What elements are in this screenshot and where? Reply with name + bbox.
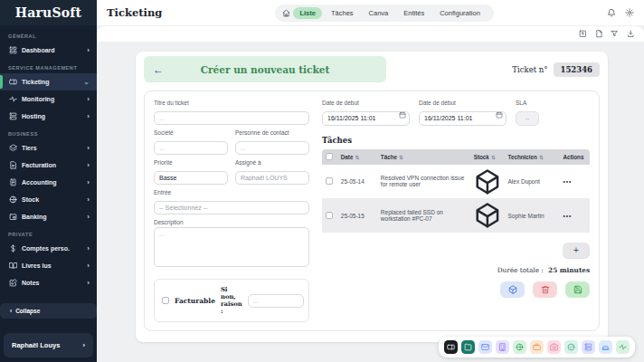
dock-server-button[interactable] xyxy=(582,340,595,354)
row-actions-menu[interactable]: ••• xyxy=(563,213,572,219)
ticket-card-header: ← Créer un nouveau ticket Ticket n° 1523… xyxy=(144,56,600,82)
layers-icon xyxy=(9,144,17,152)
chevron-right-icon: › xyxy=(83,341,86,349)
tab-canva[interactable]: Canva xyxy=(363,7,395,19)
sidebar-item-stock[interactable]: Stock › xyxy=(0,191,97,208)
delete-button[interactable] xyxy=(533,281,557,298)
form-left-column: Titre du ticket Société Personne de cont… xyxy=(154,100,309,322)
sidebar-item-hosting[interactable]: Hosting › xyxy=(0,108,97,125)
total-duration-label: Durée totale : xyxy=(497,266,544,274)
tab-taches[interactable]: Tâches xyxy=(325,7,360,19)
save-button[interactable] xyxy=(565,281,590,298)
back-arrow-icon[interactable]: ← xyxy=(153,64,164,75)
chevron-right-icon: › xyxy=(87,214,90,221)
dock-globe-button[interactable] xyxy=(513,340,526,354)
ticket-number-badge: 152346 xyxy=(554,62,601,77)
sidebar-item-comptes-perso[interactable]: Comptes perso. › xyxy=(0,240,97,257)
ticket-form: Titre du ticket Société Personne de cont… xyxy=(144,90,600,331)
priorite-label: Priorité xyxy=(154,159,228,166)
document-icon xyxy=(9,178,17,186)
dock-folder-button[interactable] xyxy=(461,340,475,354)
package-icon xyxy=(508,285,517,294)
package-icon[interactable] xyxy=(474,202,501,229)
entree-label: Entrée xyxy=(154,189,309,195)
row-checkbox[interactable] xyxy=(326,212,333,219)
description-textarea[interactable] xyxy=(154,227,309,267)
user-name: Raphaël Louys xyxy=(12,341,60,349)
tab-liste[interactable]: Liste xyxy=(293,7,322,19)
sidebar-item-label: Livres lus xyxy=(22,262,52,269)
sidebar-item-notes[interactable]: Notes › xyxy=(0,274,97,291)
select-all-checkbox[interactable] xyxy=(326,153,333,160)
calendar-icon[interactable] xyxy=(399,111,406,119)
titre-label: Titre du ticket xyxy=(154,100,309,106)
sidebar-item-label: Banking xyxy=(22,214,47,220)
sidebar-item-monitoring[interactable]: Monitoring › xyxy=(0,90,97,108)
sidebar-item-ticketing[interactable]: Ticketing ⌄ xyxy=(0,73,97,90)
sidebar-item-accounting[interactable]: Accounting › xyxy=(0,174,97,191)
sidebar-item-dashboard[interactable]: Dashboard › xyxy=(0,42,97,59)
row-actions-menu[interactable]: ••• xyxy=(563,178,572,185)
page-title: Ticketing xyxy=(107,6,162,19)
dock-badge-check-button[interactable] xyxy=(564,340,578,354)
societe-input[interactable] xyxy=(154,141,228,155)
col-task[interactable]: Tâche⇅ xyxy=(377,149,470,165)
col-date[interactable]: Date⇅ xyxy=(337,149,377,165)
dock-activity-button[interactable] xyxy=(616,340,630,354)
camera-icon xyxy=(550,343,558,351)
collapse-sidebar-button[interactable]: ‹ Collapse xyxy=(0,303,97,319)
building-icon xyxy=(498,343,507,351)
invoice-icon xyxy=(9,161,17,169)
calendar-icon[interactable] xyxy=(496,111,503,119)
dock-camera-button[interactable] xyxy=(547,340,561,354)
dock-ticket-button[interactable] xyxy=(444,340,458,354)
assigne-label: Assigné à xyxy=(235,159,309,166)
tab-configuration[interactable]: Configuration xyxy=(433,7,487,19)
car-icon xyxy=(601,343,610,351)
entree-select[interactable] xyxy=(154,201,309,214)
facturable-reason-input[interactable] xyxy=(248,294,304,308)
file-icon[interactable] xyxy=(595,30,603,38)
download-icon[interactable] xyxy=(627,30,635,38)
titre-input[interactable] xyxy=(154,111,309,125)
briefcase-icon xyxy=(533,343,541,351)
user-menu-button[interactable]: Raphaël Louys › xyxy=(4,333,93,357)
dock-mail-button[interactable] xyxy=(478,340,492,354)
priorite-select[interactable] xyxy=(154,171,228,185)
dashboard-icon xyxy=(9,46,17,54)
sidebar-item-livres-lus[interactable]: Livres lus › xyxy=(0,257,97,274)
contact-input[interactable] xyxy=(235,141,309,155)
table-row: 25-05-15 Replaced failed SSD on workstat… xyxy=(322,198,590,233)
import-icon[interactable] xyxy=(579,30,587,38)
app-logo: HaruSoft xyxy=(0,0,97,25)
tab-entites[interactable]: Entités xyxy=(397,7,431,19)
badge-check-icon xyxy=(567,343,575,351)
sidebar-item-tiers[interactable]: Tiers › xyxy=(0,139,97,157)
dock-briefcase-button[interactable] xyxy=(530,340,544,354)
note-edit-icon xyxy=(9,279,17,287)
gear-icon[interactable] xyxy=(625,8,634,17)
col-technician[interactable]: Technicien⇅ xyxy=(505,149,560,165)
sidebar-item-banking[interactable]: Banking › xyxy=(0,208,97,225)
chevron-left-icon: ‹ xyxy=(10,308,12,314)
package-icon[interactable] xyxy=(474,168,501,195)
sidebar-item-facturation[interactable]: Facturation › xyxy=(0,157,97,174)
row-checkbox[interactable] xyxy=(326,177,333,185)
sidebar-section-general: Général xyxy=(0,27,97,42)
assigne-input[interactable] xyxy=(235,171,309,185)
sidebar-section-private: Private xyxy=(0,225,97,240)
dock-car-button[interactable] xyxy=(599,340,612,354)
add-task-button[interactable]: + xyxy=(563,243,590,258)
dock-building-button[interactable] xyxy=(496,340,509,354)
bank-card-icon xyxy=(9,213,17,221)
date-debut-2-input[interactable] xyxy=(419,111,507,126)
facturable-checkbox[interactable] xyxy=(162,297,169,304)
filter-icon[interactable] xyxy=(611,30,619,38)
task-description: Resolved VPN connection issue for remote… xyxy=(377,165,470,199)
stock-button[interactable] xyxy=(500,281,525,298)
bell-icon[interactable] xyxy=(607,8,616,17)
home-icon[interactable] xyxy=(282,9,290,17)
app-window: HaruSoft Général Dashboard › Service Man… xyxy=(0,0,644,362)
col-stock[interactable]: Stock⇅ xyxy=(470,149,505,165)
date-debut-1-input[interactable] xyxy=(322,111,410,126)
